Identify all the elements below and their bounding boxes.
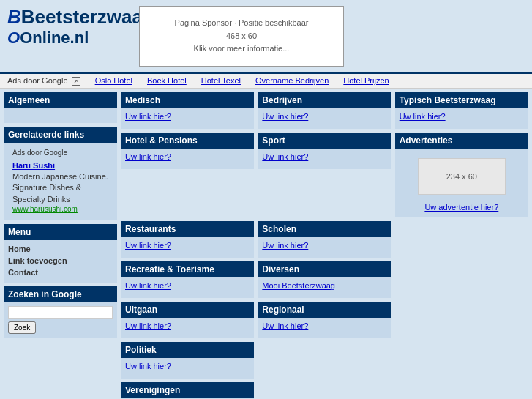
sidebar-gerelateerde-header: Gerelateerde links (4, 127, 117, 143)
cat-diversen: Diversen Mooi Beetsterzwaag (258, 261, 391, 298)
cat-uitgaan-content: Uw link hier? (121, 318, 254, 338)
sponsor-line3: Klik voor meer informatie... (154, 42, 329, 56)
third-row: Restaurants Uw link hier? Scholen Uw lin… (121, 221, 528, 258)
ads-link-2[interactable]: Boek Hotel (147, 76, 187, 85)
cat-sport-content: Uw link hier? (258, 149, 391, 169)
fourth-row: Recreatie & Toerisme Uw link hier? Diver… (121, 261, 528, 298)
sidebar-zoeken-content: Zoek (4, 302, 117, 338)
sidebar-menu-header: Menu (4, 224, 117, 240)
cat-typisch: Typisch Beetsterzwaag Uw link hier? (395, 92, 528, 129)
ads-link-1[interactable]: Oslo Hotel (95, 76, 132, 85)
cat-bedrijven-content: Uw link hier? (258, 108, 391, 129)
cat-politiek-link[interactable]: Uw link hier? (125, 362, 171, 370)
cat-regionaal-header: Regionaal (258, 302, 391, 318)
cat-restaurants-header: Restaurants (121, 221, 254, 237)
cat-sport-link[interactable]: Uw link hier? (262, 152, 308, 161)
cat-diversen-header: Diversen (258, 261, 391, 277)
cat-diversen-link[interactable]: Mooi Beetsterzwaag (262, 281, 335, 290)
logo: BBeetsterzwaag OOnline.nl (7, 6, 124, 48)
cat-medisch: Medisch Uw link hier? (121, 92, 254, 129)
placeholder-5 (395, 302, 528, 338)
cat-bedrijven-link[interactable]: Uw link hier? (262, 112, 308, 121)
cat-typisch-link[interactable]: Uw link hier? (400, 112, 446, 121)
cat-medisch-link[interactable]: Uw link hier? (125, 112, 171, 121)
placeholder-3 (395, 221, 528, 258)
sidebar-gerelateerde: Gerelateerde links Ads door Google Haru … (4, 127, 117, 220)
sixth-row: Politiek Uw link hier? (121, 342, 528, 379)
sponsor-line1: Pagina Sponsor · Positie beschikbaar (154, 17, 329, 30)
cat-regionaal-content: Uw link hier? (258, 318, 391, 338)
sidebar-gerelateerde-content: Ads door Google Haru Sushi Modern Japane… (4, 143, 117, 220)
cat-typisch-header: Typisch Beetsterzwaag (395, 92, 528, 108)
cat-verenigingen: Verenigingen Uw link hier? (121, 382, 254, 399)
cat-hotel-header: Hotel & Pensions (121, 133, 254, 149)
cat-restaurants-content: Uw link hier? (121, 237, 254, 258)
ads-link-5[interactable]: Hotel Prijzen (343, 76, 389, 85)
cat-diversen-content: Mooi Beetsterzwaag (258, 277, 391, 298)
cat-scholen-header: Scholen (258, 221, 391, 237)
sidebar-algemeen-content (4, 108, 117, 123)
search-button[interactable]: Zoek (8, 321, 36, 334)
cat-typisch-content: Uw link hier? (395, 108, 528, 129)
ads-bar: Ads door Google ↗ Oslo Hotel Boek Hotel … (0, 72, 532, 89)
cat-politiek-content: Uw link hier? (121, 358, 254, 379)
main-layout: Algemeen Gerelateerde links Ads door Goo… (0, 89, 532, 399)
sidebar-zoeken: Zoeken in Google Zoek (4, 286, 117, 338)
cat-hotel-link[interactable]: Uw link hier? (125, 152, 171, 161)
cat-uitgaan: Uitgaan Uw link hier? (121, 302, 254, 338)
external-link-icon: ↗ (72, 77, 80, 86)
sidebar: Algemeen Gerelateerde links Ads door Goo… (4, 92, 117, 399)
cat-regionaal-link[interactable]: Uw link hier? (262, 321, 308, 330)
menu-link-home[interactable]: Home (8, 244, 113, 254)
ads-link-3[interactable]: Hotel Texel (201, 76, 241, 85)
cat-advertenties: Advertenties 234 x 60 Uw advertentie hie… (395, 133, 528, 217)
ads-label: Ads door Google ↗ (7, 76, 80, 86)
cat-bedrijven: Bedrijven Uw link hier? (258, 92, 391, 129)
search-input[interactable] (8, 306, 113, 319)
cat-recreatie-link[interactable]: Uw link hier? (125, 281, 171, 290)
sidebar-algemeen-header: Algemeen (4, 92, 117, 108)
placeholder-6a (258, 342, 391, 379)
fifth-row: Uitgaan Uw link hier? Regionaal Uw link … (121, 302, 528, 338)
business-desc: Modern Japanese Cuisine. Signature Dishe… (12, 171, 108, 205)
cat-regionaal: Regionaal Uw link hier? (258, 302, 391, 338)
cat-restaurants: Restaurants Uw link hier? (121, 221, 254, 258)
ad-link[interactable]: Uw advertentie hier? (399, 201, 525, 214)
cat-recreatie: Recreatie & Toerisme Uw link hier? (121, 261, 254, 298)
top-row: Medisch Uw link hier? Bedrijven Uw link … (121, 92, 528, 129)
cat-advertenties-header: Advertenties (395, 133, 528, 149)
sidebar-menu-content: Home Link toevoegen Contact (4, 240, 117, 283)
second-row: Hotel & Pensions Uw link hier? Sport Uw … (121, 133, 528, 217)
logo-line1: BBeetsterzwaag (7, 6, 124, 29)
sidebar-zoeken-header: Zoeken in Google (4, 286, 117, 302)
sidebar-algemeen: Algemeen (4, 92, 117, 123)
cat-scholen-link[interactable]: Uw link hier? (262, 241, 308, 250)
cat-hotel: Hotel & Pensions Uw link hier? (121, 133, 254, 169)
ad-banner: 234 x 60 (418, 158, 506, 195)
cat-uitgaan-header: Uitgaan (121, 302, 254, 318)
cat-bedrijven-header: Bedrijven (258, 92, 391, 108)
cat-sport-header: Sport (258, 133, 391, 149)
menu-link-add[interactable]: Link toevoegen (8, 256, 113, 266)
cat-politiek: Politiek Uw link hier? (121, 342, 254, 379)
cat-recreatie-header: Recreatie & Toerisme (121, 261, 254, 277)
cat-restaurants-link[interactable]: Uw link hier? (125, 241, 171, 250)
cat-hotel-content: Uw link hier? (121, 149, 254, 169)
menu-link-contact[interactable]: Contact (8, 267, 113, 277)
placeholder-4 (395, 261, 528, 298)
cat-verenigingen-header: Verenigingen (121, 382, 254, 398)
sponsor-box[interactable]: Pagina Sponsor · Positie beschikbaar 468… (139, 6, 344, 67)
cat-medisch-content: Uw link hier? (121, 108, 254, 129)
cat-recreatie-content: Uw link hier? (121, 277, 254, 298)
business-url-link[interactable]: www.harusushi.com (12, 205, 108, 213)
content-area: Medisch Uw link hier? Bedrijven Uw link … (121, 92, 528, 399)
placeholder-6b (395, 342, 528, 379)
sponsor-line2: 468 x 60 (154, 30, 329, 43)
business-name-link[interactable]: Haru Sushi (12, 161, 108, 170)
cat-uitgaan-link[interactable]: Uw link hier? (125, 321, 171, 330)
cat-scholen: Scholen Uw link hier? (258, 221, 391, 258)
cat-politiek-header: Politiek (121, 342, 254, 358)
sidebar-menu: Menu Home Link toevoegen Contact (4, 224, 117, 283)
ads-link-4[interactable]: Overname Bedrijven (255, 76, 329, 85)
cat-sport: Sport Uw link hier? (258, 133, 391, 169)
